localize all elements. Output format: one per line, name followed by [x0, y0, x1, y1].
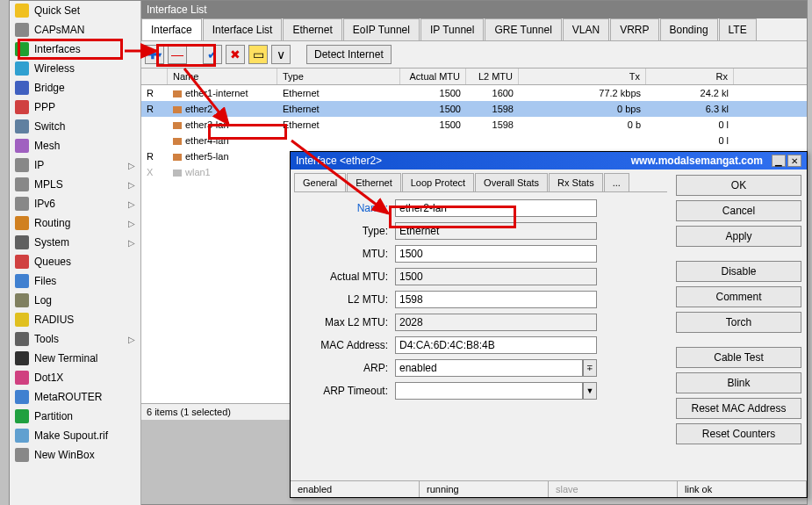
- torch-button[interactable]: Torch: [676, 312, 801, 333]
- annotation-box: [18, 39, 123, 60]
- sidebar-item-mesh[interactable]: Mesh: [10, 136, 140, 155]
- arp-field[interactable]: [395, 359, 583, 377]
- window-title: Interface List: [141, 1, 807, 18]
- menu-icon: [15, 235, 29, 249]
- table-row[interactable]: R ether1-internet Ethernet 1500 1600 77.…: [141, 85, 807, 101]
- menu-icon: [15, 332, 29, 346]
- menu-icon: [15, 177, 29, 191]
- column-header[interactable]: Tx: [519, 69, 646, 84]
- sidebar-item-make-supout.rif[interactable]: Make Supout.rif: [10, 426, 140, 445]
- blink-button[interactable]: Blink: [676, 372, 801, 393]
- dialog-title-text: Interface <ether2>: [296, 155, 382, 167]
- reset-counters-button[interactable]: Reset Counters: [676, 423, 801, 444]
- sidebar-item-new-winbox[interactable]: New WinBox: [10, 445, 140, 465]
- tab-gre-tunnel[interactable]: GRE Tunnel: [485, 18, 561, 40]
- cancel-button[interactable]: Cancel: [676, 200, 801, 221]
- detect-internet-button[interactable]: Detect Internet: [306, 45, 392, 64]
- submenu-arrow-icon: ▷: [128, 199, 135, 209]
- menu-icon: [15, 23, 29, 37]
- sidebar-item-ipv6[interactable]: IPv6▷: [10, 194, 140, 213]
- submenu-arrow-icon: ▷: [128, 180, 135, 190]
- disable-button[interactable]: Disable: [676, 261, 801, 282]
- annotation-box: [208, 124, 287, 140]
- sidebar-item-routing[interactable]: Routing▷: [10, 213, 140, 233]
- comment-button[interactable]: Comment: [676, 286, 801, 307]
- tab-ethernet[interactable]: Ethernet: [283, 18, 341, 40]
- sidebar-item-system[interactable]: System▷: [10, 233, 140, 252]
- sidebar-item-wireless[interactable]: Wireless: [10, 59, 140, 78]
- toolbar: ✚▾ — ✔ ✖ ▭ ∨ Detect Internet: [141, 41, 807, 69]
- dialog-tab-ethernet[interactable]: Ethernet: [347, 173, 401, 191]
- column-header[interactable]: L2 MTU: [466, 69, 519, 84]
- sidebar: Quick SetCAPsMANInterfacesWirelessBridge…: [10, 1, 141, 505]
- sidebar-item-switch[interactable]: Switch: [10, 117, 140, 136]
- submenu-arrow-icon: ▷: [128, 238, 135, 248]
- mtu-field[interactable]: [395, 245, 597, 263]
- tab-vrrp[interactable]: VRRP: [610, 18, 658, 40]
- dropdown-icon[interactable]: ▼: [583, 382, 597, 400]
- mac-label: MAC Address:: [294, 339, 395, 351]
- sidebar-label: IP: [34, 159, 44, 171]
- cable-test-button[interactable]: Cable Test: [676, 347, 801, 368]
- dialog-tab-general[interactable]: General: [294, 173, 346, 191]
- maxl2-label: Max L2 MTU:: [294, 316, 395, 328]
- ok-button[interactable]: OK: [676, 175, 801, 196]
- sidebar-label: Switch: [34, 120, 65, 133]
- dropdown-icon[interactable]: ∓: [583, 359, 597, 377]
- mac-field[interactable]: [395, 336, 597, 354]
- sidebar-item-metarouter[interactable]: MetaROUTER: [10, 387, 140, 407]
- sidebar-item-radius[interactable]: RADIUS: [10, 310, 140, 329]
- menu-icon: [15, 4, 29, 18]
- column-header[interactable]: Rx: [646, 69, 734, 84]
- tab-lte[interactable]: LTE: [719, 18, 757, 40]
- tab-interface-list[interactable]: Interface List: [203, 18, 283, 40]
- sidebar-item-partition[interactable]: Partition: [10, 407, 140, 426]
- sidebar-item-dot1x[interactable]: Dot1X: [10, 368, 140, 387]
- disable-button[interactable]: ✖: [226, 45, 245, 64]
- sidebar-item-files[interactable]: Files: [10, 271, 140, 291]
- column-header[interactable]: Name: [168, 69, 277, 84]
- dialog-tab--[interactable]: ...: [604, 173, 629, 191]
- type-label: Type:: [294, 225, 395, 237]
- sidebar-label: IPv6: [34, 198, 55, 210]
- table-row[interactable]: R ether2 Ethernet 1500 1598 0 bps 6.3 kl: [141, 101, 807, 117]
- menu-icon: [15, 371, 29, 385]
- dialog-tab-loop-protect[interactable]: Loop Protect: [402, 173, 474, 191]
- sidebar-item-quick-set[interactable]: Quick Set: [10, 1, 140, 20]
- tab-ip-tunnel[interactable]: IP Tunnel: [420, 18, 484, 40]
- reset-mac-address-button[interactable]: Reset MAC Address: [676, 398, 801, 419]
- sidebar-item-bridge[interactable]: Bridge: [10, 78, 140, 97]
- close-icon[interactable]: ✕: [787, 155, 801, 167]
- sidebar-label: MetaROUTER: [34, 391, 102, 403]
- sidebar-label: Quick Set: [34, 4, 80, 17]
- column-header[interactable]: Actual MTU: [400, 69, 466, 84]
- filter-button[interactable]: ∨: [271, 45, 291, 64]
- menu-icon: [15, 139, 29, 153]
- tab-bonding[interactable]: Bonding: [660, 18, 718, 40]
- dialog-tab-overall-stats[interactable]: Overall Stats: [475, 173, 548, 191]
- l2mtu-field[interactable]: [395, 291, 597, 308]
- dialog-titlebar[interactable]: Interface <ether2> www.modalsemangat.com…: [291, 152, 807, 170]
- menu-icon: [15, 119, 29, 133]
- sidebar-item-queues[interactable]: Queues: [10, 252, 140, 271]
- sidebar-item-mpls[interactable]: MPLS▷: [10, 175, 140, 194]
- tab-eoip-tunnel[interactable]: EoIP Tunnel: [343, 18, 420, 40]
- apply-button[interactable]: Apply: [676, 226, 801, 247]
- minimize-icon[interactable]: ▁: [772, 155, 786, 167]
- comment-button[interactable]: ▭: [248, 45, 268, 64]
- column-header[interactable]: Type: [277, 69, 400, 84]
- tab-interface[interactable]: Interface: [141, 18, 202, 40]
- submenu-arrow-icon: ▷: [128, 219, 135, 228]
- sidebar-item-capsman[interactable]: CAPsMAN: [10, 20, 140, 40]
- sidebar-item-ppp[interactable]: PPP: [10, 97, 140, 117]
- sidebar-item-tools[interactable]: Tools▷: [10, 329, 140, 349]
- sidebar-item-new-terminal[interactable]: New Terminal: [10, 349, 140, 368]
- arpt-field[interactable]: [395, 382, 583, 400]
- sidebar-item-log[interactable]: Log: [10, 291, 140, 310]
- column-header[interactable]: [141, 69, 168, 84]
- dialog-tab-rx-stats[interactable]: Rx Stats: [549, 173, 603, 191]
- menu-icon: [15, 351, 29, 365]
- tab-vlan[interactable]: VLAN: [563, 18, 609, 40]
- sidebar-item-ip[interactable]: IP▷: [10, 155, 140, 175]
- l2mtu-label: L2 MTU:: [294, 293, 395, 306]
